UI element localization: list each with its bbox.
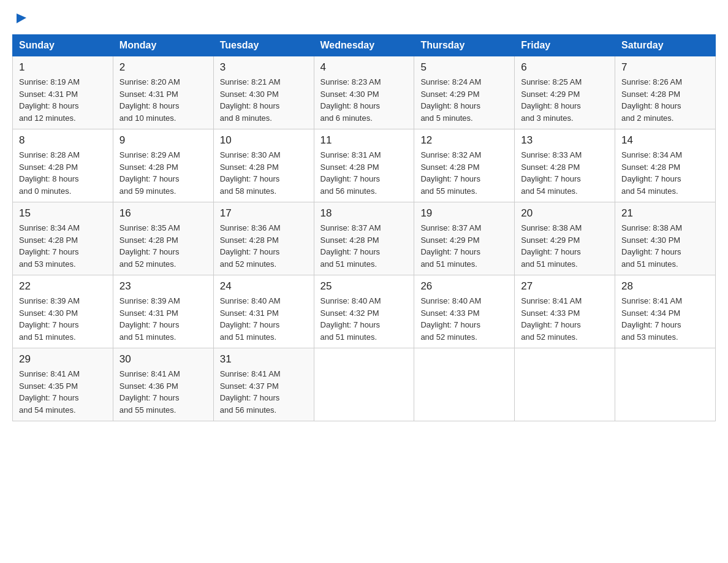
day-number: 1 — [19, 61, 107, 74]
day-number: 19 — [420, 207, 508, 220]
calendar-cell: 20 Sunrise: 8:38 AMSunset: 4:29 PMDaylig… — [515, 202, 615, 275]
day-info: Sunrise: 8:41 AMSunset: 4:36 PMDaylight:… — [119, 368, 207, 416]
day-info: Sunrise: 8:40 AMSunset: 4:33 PMDaylight:… — [420, 295, 508, 343]
day-info: Sunrise: 8:28 AMSunset: 4:28 PMDaylight:… — [19, 149, 107, 197]
calendar-cell: 26 Sunrise: 8:40 AMSunset: 4:33 PMDaylig… — [414, 275, 515, 348]
calendar-cell: 1 Sunrise: 8:19 AMSunset: 4:31 PMDayligh… — [13, 56, 113, 129]
calendar-cell: 27 Sunrise: 8:41 AMSunset: 4:33 PMDaylig… — [515, 275, 615, 348]
calendar-header-monday: Monday — [113, 35, 213, 56]
day-info: Sunrise: 8:41 AMSunset: 4:34 PMDaylight:… — [621, 295, 709, 343]
day-info: Sunrise: 8:40 AMSunset: 4:31 PMDaylight:… — [220, 295, 308, 343]
calendar-cell — [515, 348, 615, 421]
calendar-cell: 9 Sunrise: 8:29 AMSunset: 4:28 PMDayligh… — [113, 129, 213, 202]
day-number: 27 — [521, 280, 609, 293]
day-number: 2 — [119, 61, 207, 74]
calendar-week-row-4: 22 Sunrise: 8:39 AMSunset: 4:30 PMDaylig… — [13, 275, 716, 348]
day-number: 13 — [521, 134, 609, 147]
calendar-cell: 3 Sunrise: 8:21 AMSunset: 4:30 PMDayligh… — [213, 56, 314, 129]
day-info: Sunrise: 8:37 AMSunset: 4:29 PMDaylight:… — [420, 222, 508, 270]
day-info: Sunrise: 8:33 AMSunset: 4:28 PMDaylight:… — [521, 149, 609, 197]
calendar-cell — [414, 348, 515, 421]
day-number: 16 — [119, 207, 207, 220]
day-info: Sunrise: 8:38 AMSunset: 4:30 PMDaylight:… — [621, 222, 709, 270]
day-info: Sunrise: 8:25 AMSunset: 4:29 PMDaylight:… — [521, 76, 609, 124]
day-info: Sunrise: 8:39 AMSunset: 4:30 PMDaylight:… — [19, 295, 107, 343]
day-number: 25 — [320, 280, 408, 293]
svg-marker-0 — [17, 13, 26, 23]
calendar-header-wednesday: Wednesday — [314, 35, 414, 56]
day-number: 11 — [320, 134, 408, 147]
calendar-header-saturday: Saturday — [615, 35, 716, 56]
calendar-cell: 7 Sunrise: 8:26 AMSunset: 4:28 PMDayligh… — [615, 56, 716, 129]
day-number: 12 — [420, 134, 508, 147]
day-info: Sunrise: 8:20 AMSunset: 4:31 PMDaylight:… — [119, 76, 207, 124]
day-number: 26 — [420, 280, 508, 293]
day-number: 20 — [521, 207, 609, 220]
day-info: Sunrise: 8:32 AMSunset: 4:28 PMDaylight:… — [420, 149, 508, 197]
day-info: Sunrise: 8:31 AMSunset: 4:28 PMDaylight:… — [320, 149, 408, 197]
day-number: 5 — [420, 61, 508, 74]
calendar-cell: 30 Sunrise: 8:41 AMSunset: 4:36 PMDaylig… — [113, 348, 213, 421]
day-info: Sunrise: 8:41 AMSunset: 4:33 PMDaylight:… — [521, 295, 609, 343]
day-number: 3 — [220, 61, 308, 74]
calendar-cell — [314, 348, 414, 421]
day-number: 24 — [220, 280, 308, 293]
calendar-cell: 15 Sunrise: 8:34 AMSunset: 4:28 PMDaylig… — [13, 202, 113, 275]
day-number: 31 — [220, 353, 308, 366]
calendar-week-row-2: 8 Sunrise: 8:28 AMSunset: 4:28 PMDayligh… — [13, 129, 716, 202]
day-number: 7 — [621, 61, 709, 74]
calendar-cell: 11 Sunrise: 8:31 AMSunset: 4:28 PMDaylig… — [314, 129, 414, 202]
calendar-header-friday: Friday — [515, 35, 615, 56]
day-number: 9 — [119, 134, 207, 147]
calendar-cell: 12 Sunrise: 8:32 AMSunset: 4:28 PMDaylig… — [414, 129, 515, 202]
day-number: 29 — [19, 353, 107, 366]
day-info: Sunrise: 8:41 AMSunset: 4:35 PMDaylight:… — [19, 368, 107, 416]
calendar-table: SundayMondayTuesdayWednesdayThursdayFrid… — [12, 34, 716, 421]
calendar-header-tuesday: Tuesday — [213, 35, 314, 56]
day-info: Sunrise: 8:24 AMSunset: 4:29 PMDaylight:… — [420, 76, 508, 124]
day-number: 4 — [320, 61, 408, 74]
day-info: Sunrise: 8:38 AMSunset: 4:29 PMDaylight:… — [521, 222, 609, 270]
logo-triangle-icon — [14, 11, 28, 25]
calendar-cell: 8 Sunrise: 8:28 AMSunset: 4:28 PMDayligh… — [13, 129, 113, 202]
day-info: Sunrise: 8:30 AMSunset: 4:28 PMDaylight:… — [220, 149, 308, 197]
calendar-header-thursday: Thursday — [414, 35, 515, 56]
day-info: Sunrise: 8:35 AMSunset: 4:28 PMDaylight:… — [119, 222, 207, 270]
logo — [12, 12, 28, 28]
calendar-cell: 21 Sunrise: 8:38 AMSunset: 4:30 PMDaylig… — [615, 202, 716, 275]
day-number: 30 — [119, 353, 207, 366]
day-number: 15 — [19, 207, 107, 220]
page-header — [12, 12, 716, 28]
calendar-cell: 17 Sunrise: 8:36 AMSunset: 4:28 PMDaylig… — [213, 202, 314, 275]
calendar-cell: 28 Sunrise: 8:41 AMSunset: 4:34 PMDaylig… — [615, 275, 716, 348]
day-number: 8 — [19, 134, 107, 147]
day-info: Sunrise: 8:29 AMSunset: 4:28 PMDaylight:… — [119, 149, 207, 197]
day-info: Sunrise: 8:34 AMSunset: 4:28 PMDaylight:… — [19, 222, 107, 270]
calendar-week-row-1: 1 Sunrise: 8:19 AMSunset: 4:31 PMDayligh… — [13, 56, 716, 129]
day-info: Sunrise: 8:37 AMSunset: 4:28 PMDaylight:… — [320, 222, 408, 270]
calendar-cell: 22 Sunrise: 8:39 AMSunset: 4:30 PMDaylig… — [13, 275, 113, 348]
calendar-cell: 24 Sunrise: 8:40 AMSunset: 4:31 PMDaylig… — [213, 275, 314, 348]
day-number: 22 — [19, 280, 107, 293]
calendar-cell: 6 Sunrise: 8:25 AMSunset: 4:29 PMDayligh… — [515, 56, 615, 129]
day-number: 17 — [220, 207, 308, 220]
calendar-cell: 29 Sunrise: 8:41 AMSunset: 4:35 PMDaylig… — [13, 348, 113, 421]
day-info: Sunrise: 8:23 AMSunset: 4:30 PMDaylight:… — [320, 76, 408, 124]
calendar-cell: 2 Sunrise: 8:20 AMSunset: 4:31 PMDayligh… — [113, 56, 213, 129]
calendar-cell: 23 Sunrise: 8:39 AMSunset: 4:31 PMDaylig… — [113, 275, 213, 348]
calendar-cell: 31 Sunrise: 8:41 AMSunset: 4:37 PMDaylig… — [213, 348, 314, 421]
calendar-cell — [615, 348, 716, 421]
calendar-cell: 4 Sunrise: 8:23 AMSunset: 4:30 PMDayligh… — [314, 56, 414, 129]
day-number: 28 — [621, 280, 709, 293]
day-info: Sunrise: 8:26 AMSunset: 4:28 PMDaylight:… — [621, 76, 709, 124]
day-number: 18 — [320, 207, 408, 220]
day-info: Sunrise: 8:21 AMSunset: 4:30 PMDaylight:… — [220, 76, 308, 124]
day-info: Sunrise: 8:41 AMSunset: 4:37 PMDaylight:… — [220, 368, 308, 416]
calendar-header-row: SundayMondayTuesdayWednesdayThursdayFrid… — [13, 35, 716, 56]
day-info: Sunrise: 8:34 AMSunset: 4:28 PMDaylight:… — [621, 149, 709, 197]
calendar-cell: 19 Sunrise: 8:37 AMSunset: 4:29 PMDaylig… — [414, 202, 515, 275]
day-number: 21 — [621, 207, 709, 220]
calendar-header-sunday: Sunday — [13, 35, 113, 56]
day-info: Sunrise: 8:40 AMSunset: 4:32 PMDaylight:… — [320, 295, 408, 343]
day-number: 6 — [521, 61, 609, 74]
